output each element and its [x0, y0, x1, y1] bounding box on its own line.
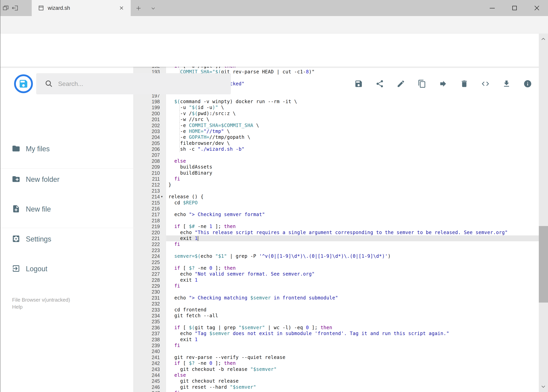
- code-line-235[interactable]: 235: [133, 319, 539, 324]
- code-line-228[interactable]: 228 exit 1: [133, 277, 539, 283]
- search-box[interactable]: [36, 73, 231, 94]
- sidebar-item-my-files[interactable]: My files: [0, 141, 133, 157]
- tab-list-chevron-icon[interactable]: [150, 6, 158, 13]
- scroll-down-icon[interactable]: [541, 384, 546, 389]
- code-line-208[interactable]: 208 else: [133, 158, 539, 164]
- code-text[interactable]: if [ $? -ne 0 ]; then: [168, 360, 236, 366]
- code-text[interactable]: git checkout -b release "$semver": [168, 366, 277, 372]
- code-line-246[interactable]: 246 git reset --hard "$semver": [133, 384, 539, 390]
- code-line-230[interactable]: 230: [133, 289, 539, 295]
- search-input[interactable]: [58, 80, 219, 87]
- code-text[interactable]: buildBinary: [168, 170, 212, 176]
- download-icon[interactable]: [502, 79, 511, 88]
- info-icon[interactable]: [523, 79, 532, 88]
- code-line-222[interactable]: 222 fi: [133, 241, 539, 247]
- code-text[interactable]: cd $REPO: [168, 200, 198, 206]
- code-text[interactable]: echo "> Checking semver format": [168, 211, 265, 217]
- code-text[interactable]: fi: [168, 390, 180, 392]
- code-text[interactable]: fi: [168, 241, 180, 247]
- code-text[interactable]: cd frontend: [168, 307, 206, 313]
- code-line-214[interactable]: 214▾release () {: [133, 194, 539, 200]
- save-icon[interactable]: [354, 79, 363, 88]
- code-text[interactable]: if [ $# -ne 1 ]; then: [168, 224, 236, 229]
- scroll-up-icon[interactable]: [541, 36, 546, 42]
- source-code-icon[interactable]: [481, 79, 490, 88]
- code-text[interactable]: if [ -d /.git ]; then: [168, 67, 236, 69]
- copy-icon[interactable]: [418, 79, 426, 88]
- code-line-204[interactable]: 204 -e GOPATH=//tmp/gopath \: [133, 134, 539, 140]
- code-text[interactable]: release () {: [168, 194, 203, 200]
- code-line-229[interactable]: 229 fi: [133, 283, 539, 289]
- scrollbar-thumb[interactable]: [539, 226, 548, 302]
- code-line-210[interactable]: 210 buildBinary: [133, 170, 539, 176]
- code-line-224[interactable]: 224 semver=$(echo "$1" | grep -P '^v(0|[…: [133, 253, 539, 259]
- code-line-225[interactable]: 225: [133, 259, 539, 265]
- code-text[interactable]: $(command -v winpty) docker run --rm -it…: [168, 99, 297, 105]
- code-line-234[interactable]: 234 git fetch --all: [133, 313, 539, 319]
- new-tab-icon[interactable]: [135, 5, 142, 12]
- code-text[interactable]: echo "This release script requires a sin…: [168, 230, 508, 235]
- code-text[interactable]: exit 1: [168, 235, 198, 241]
- code-line-205[interactable]: 205 filebrowser/dev \: [133, 140, 539, 146]
- code-line-227[interactable]: 227 echo "Not valid semver format. See s…: [133, 271, 539, 277]
- code-line-240[interactable]: 240: [133, 348, 539, 354]
- delete-icon[interactable]: [460, 79, 469, 88]
- code-line-219[interactable]: 219 if [ $# -ne 1 ]; then: [133, 224, 539, 229]
- tab-preview-icon[interactable]: [2, 4, 9, 12]
- code-line-213[interactable]: 213: [133, 188, 539, 194]
- code-line-231[interactable]: 231 echo "> Checking matching $semver in…: [133, 295, 539, 301]
- code-text[interactable]: if [ $? -ne 0 ]; then: [168, 265, 236, 271]
- code-line-239[interactable]: 239 fi: [133, 343, 539, 348]
- share-icon[interactable]: [375, 79, 384, 88]
- code-text[interactable]: -w //src \: [168, 116, 209, 122]
- code-line-238[interactable]: 238 exit 1: [133, 337, 539, 343]
- page-scrollbar[interactable]: [539, 34, 548, 392]
- code-text[interactable]: filebrowser/dev \: [168, 140, 230, 146]
- fold-marker-icon[interactable]: ▾: [161, 194, 166, 200]
- close-window-button[interactable]: [526, 0, 548, 16]
- code-text[interactable]: exit 1: [168, 277, 198, 283]
- code-line-242[interactable]: 242 if [ $? -ne 0 ]; then: [133, 360, 539, 366]
- code-text[interactable]: -e COMMIT_SHA=$COMMIT_SHA \: [168, 123, 259, 128]
- code-line-206[interactable]: 206 sh -c "./wizard.sh -b": [133, 146, 539, 152]
- filebrowser-logo[interactable]: [14, 74, 33, 93]
- code-line-245[interactable]: 245 git checkout release: [133, 378, 539, 384]
- maximize-button[interactable]: [503, 0, 526, 16]
- move-icon[interactable]: [439, 79, 447, 88]
- code-text[interactable]: git fetch --all: [168, 313, 218, 319]
- code-line-223[interactable]: 223: [133, 247, 539, 253]
- code-text[interactable]: git rev-parse --verify --quiet release: [168, 354, 285, 360]
- code-line-232[interactable]: 232: [133, 301, 539, 307]
- help-link[interactable]: Help: [12, 304, 22, 310]
- code-line-212[interactable]: 212}: [133, 182, 539, 188]
- code-text[interactable]: -v /$(pwd):/src:z \: [168, 111, 236, 116]
- code-line-226[interactable]: 226 if [ $? -ne 0 ]; then: [133, 265, 539, 271]
- close-tab-icon[interactable]: [118, 5, 125, 11]
- code-editor[interactable]: 192 if [ -d /.git ]; then193 COMMIT_SHA=…: [133, 67, 539, 392]
- code-line-192[interactable]: 192 if [ -d /.git ]; then: [133, 67, 539, 69]
- code-text[interactable]: semver=$(echo "$1" | grep -P '^v(0|[1-9]…: [168, 253, 391, 259]
- code-text[interactable]: echo "Tag $semver does not exist in subm…: [168, 330, 449, 336]
- code-line-237[interactable]: 237 echo "Tag $semver does not exist in …: [133, 330, 539, 336]
- browser-tab[interactable]: wizard.sh: [32, 0, 131, 16]
- code-line-201[interactable]: 201 -w //src \: [133, 116, 539, 122]
- code-text[interactable]: fi: [168, 283, 180, 289]
- sidebar-item-new-folder[interactable]: New folder: [0, 172, 133, 187]
- set-tabs-aside-icon[interactable]: [11, 4, 19, 12]
- code-line-220[interactable]: 220 echo "This release script requires a…: [133, 230, 539, 235]
- code-text[interactable]: }: [168, 182, 171, 188]
- minimize-button[interactable]: [481, 0, 503, 16]
- code-text[interactable]: -u "$(id -u)" \: [168, 105, 224, 110]
- code-line-221[interactable]: 221 exit 1: [133, 235, 539, 241]
- rename-icon[interactable]: [396, 79, 405, 88]
- code-text[interactable]: echo "> Checking matching $semver in fro…: [168, 295, 338, 301]
- code-line-217[interactable]: 217 echo "> Checking semver format": [133, 211, 539, 217]
- code-line-247[interactable]: 247 fi: [133, 390, 539, 392]
- code-text[interactable]: else: [168, 158, 186, 164]
- code-text[interactable]: fi: [168, 343, 180, 348]
- code-text[interactable]: fi: [168, 176, 180, 182]
- code-text[interactable]: else: [168, 372, 186, 378]
- code-line-241[interactable]: 241 git rev-parse --verify --quiet relea…: [133, 354, 539, 360]
- code-line-202[interactable]: 202 -e COMMIT_SHA=$COMMIT_SHA \: [133, 123, 539, 128]
- code-text[interactable]: git checkout release: [168, 378, 239, 384]
